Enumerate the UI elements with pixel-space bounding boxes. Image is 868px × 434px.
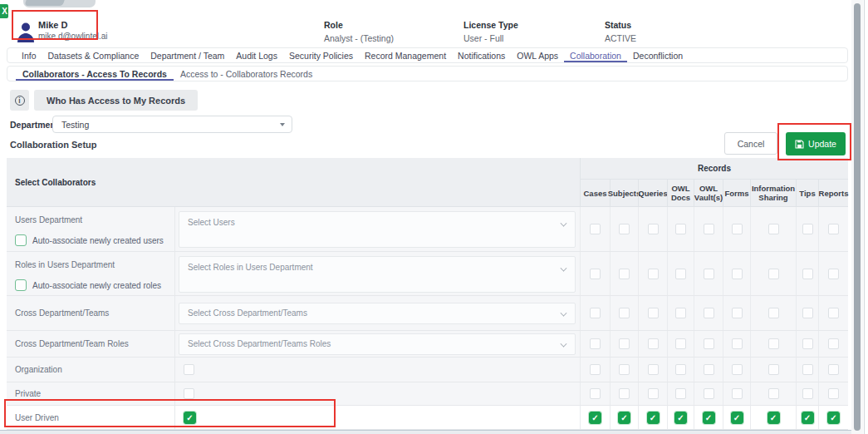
- record-checkbox-queries[interactable]: [648, 308, 659, 318]
- record-checkbox-cases[interactable]: [590, 269, 601, 279]
- record-checkbox-queries[interactable]: [648, 338, 659, 349]
- collaborator-dropdown[interactable]: Select Roles in Users Department: [179, 256, 576, 293]
- record-checkbox-reports[interactable]: [828, 308, 839, 318]
- who-has-access-button[interactable]: Who Has Access to My Records: [34, 90, 198, 111]
- record-checkbox-owl-vault-s-[interactable]: [704, 224, 714, 234]
- auto-associate-checkbox[interactable]: [15, 279, 27, 291]
- record-checkbox-subjects[interactable]: [619, 338, 630, 349]
- tab-security-policies[interactable]: Security Policies: [283, 48, 359, 62]
- record-checkbox-owl-vault-s-[interactable]: [704, 308, 714, 318]
- tab-owl-apps[interactable]: OWL Apps: [511, 48, 564, 62]
- record-checkbox-information-sharing[interactable]: [768, 224, 779, 234]
- organization-checkbox[interactable]: [184, 364, 194, 375]
- tab-info[interactable]: Info: [16, 48, 42, 62]
- record-checkbox-forms[interactable]: [732, 224, 743, 234]
- scrollbar-thumb[interactable]: [854, 3, 861, 431]
- record-checkbox-owl-vault-s-[interactable]: [704, 388, 714, 399]
- table-row-users-department: Users DepartmentAuto-associate newly cre…: [7, 207, 848, 252]
- record-checkbox-owl-docs[interactable]: [675, 388, 686, 399]
- tab-record-management[interactable]: Record Management: [359, 48, 452, 62]
- tab-deconfliction[interactable]: Deconfliction: [627, 48, 689, 62]
- record-cell-owl-vault-s-: [694, 331, 723, 357]
- user-email: mike.d@owlintel.ai: [38, 32, 108, 41]
- record-checkbox-subjects[interactable]: [619, 388, 630, 399]
- subtab-collaborators-access-to-records[interactable]: Collaborators - Access To Records: [16, 67, 174, 81]
- record-checkbox-owl-docs[interactable]: [675, 308, 686, 318]
- record-checkbox-cases[interactable]: [590, 308, 601, 318]
- record-checkbox-tips[interactable]: [802, 308, 813, 318]
- record-checkbox-tips[interactable]: [802, 224, 813, 234]
- private-checkbox[interactable]: [184, 388, 194, 399]
- record-cell-information-sharing: [750, 406, 796, 429]
- record-checkbox-forms[interactable]: [732, 338, 743, 349]
- update-button[interactable]: Update: [786, 132, 846, 155]
- record-checkbox-reports[interactable]: [828, 364, 839, 375]
- record-checkbox-forms[interactable]: [731, 412, 743, 424]
- record-checkbox-information-sharing[interactable]: [768, 364, 779, 375]
- record-checkbox-tips[interactable]: [802, 338, 813, 349]
- record-checkbox-subjects[interactable]: [619, 308, 630, 318]
- record-checkbox-forms[interactable]: [732, 388, 743, 399]
- record-checkbox-information-sharing[interactable]: [768, 308, 779, 318]
- record-checkbox-owl-docs[interactable]: [675, 269, 686, 279]
- chevron-down-icon: [561, 341, 566, 347]
- chevron-down-icon: [561, 220, 566, 226]
- record-checkbox-queries[interactable]: [648, 269, 659, 279]
- collaborator-dropdown[interactable]: Select Users: [179, 211, 576, 248]
- record-checkbox-information-sharing[interactable]: [768, 269, 779, 279]
- record-checkbox-tips[interactable]: [802, 364, 813, 375]
- record-checkbox-forms[interactable]: [732, 308, 743, 318]
- record-cell-queries: [638, 252, 667, 295]
- subtab-access-to-collaborators-records[interactable]: Access to - Collaborators Records: [174, 67, 319, 81]
- record-checkbox-subjects[interactable]: [619, 224, 630, 234]
- record-checkbox-owl-docs[interactable]: [674, 412, 687, 424]
- record-checkbox-reports[interactable]: [827, 412, 840, 424]
- record-checkbox-reports[interactable]: [828, 338, 839, 349]
- tab-collaboration[interactable]: Collaboration: [564, 48, 627, 62]
- record-checkbox-owl-vault-s-[interactable]: [704, 338, 714, 349]
- record-checkbox-cases[interactable]: [590, 338, 601, 349]
- record-checkbox-cases[interactable]: [590, 224, 601, 234]
- record-checkbox-owl-docs[interactable]: [675, 224, 686, 234]
- record-checkbox-subjects[interactable]: [618, 412, 630, 424]
- info-button[interactable]: i: [10, 90, 29, 111]
- record-checkbox-tips[interactable]: [802, 388, 813, 399]
- record-checkbox-information-sharing[interactable]: [768, 388, 779, 399]
- record-checkbox-reports[interactable]: [828, 269, 839, 279]
- record-checkbox-information-sharing[interactable]: [768, 338, 779, 349]
- record-checkbox-forms[interactable]: [732, 364, 743, 375]
- record-checkbox-reports[interactable]: [828, 388, 839, 399]
- record-checkbox-queries[interactable]: [648, 388, 659, 399]
- record-checkbox-queries[interactable]: [648, 364, 659, 375]
- record-checkbox-owl-docs[interactable]: [675, 338, 686, 349]
- record-checkbox-cases[interactable]: [589, 412, 601, 424]
- record-checkbox-tips[interactable]: [802, 269, 813, 279]
- record-checkbox-information-sharing[interactable]: [767, 412, 780, 424]
- record-checkbox-owl-vault-s-[interactable]: [704, 364, 714, 375]
- row-label: Cross Department/Teams: [15, 308, 174, 318]
- record-checkbox-cases[interactable]: [590, 388, 601, 399]
- tab-notifications[interactable]: Notifications: [452, 48, 511, 62]
- cancel-button[interactable]: Cancel: [724, 132, 777, 155]
- record-checkbox-subjects[interactable]: [619, 269, 630, 279]
- tab-audit-logs[interactable]: Audit Logs: [230, 48, 283, 62]
- record-checkbox-queries[interactable]: [647, 412, 660, 424]
- record-checkbox-tips[interactable]: [802, 412, 814, 424]
- auto-associate-checkbox[interactable]: [15, 234, 27, 246]
- record-checkbox-reports[interactable]: [828, 224, 839, 234]
- record-checkbox-owl-vault-s-[interactable]: [703, 412, 715, 424]
- record-checkbox-owl-vault-s-[interactable]: [704, 269, 714, 279]
- record-checkbox-cases[interactable]: [590, 364, 601, 375]
- record-checkbox-owl-docs[interactable]: [675, 364, 686, 375]
- collaborator-dropdown[interactable]: Select Cross Department/Teams Roles: [179, 333, 576, 355]
- department-dropdown[interactable]: Testing: [52, 116, 292, 133]
- record-checkbox-queries[interactable]: [648, 224, 659, 234]
- user-driven-checkbox[interactable]: [184, 412, 196, 424]
- tab-datasets-compliance[interactable]: Datasets & Compliance: [42, 48, 145, 62]
- collaborator-dropdown[interactable]: Select Cross Department/Teams: [179, 303, 576, 324]
- record-cell-owl-vault-s-: [694, 358, 723, 382]
- tab-department-team[interactable]: Department / Team: [145, 48, 230, 62]
- record-checkbox-subjects[interactable]: [619, 364, 630, 375]
- vertical-scrollbar[interactable]: [851, 0, 863, 434]
- record-checkbox-forms[interactable]: [732, 269, 743, 279]
